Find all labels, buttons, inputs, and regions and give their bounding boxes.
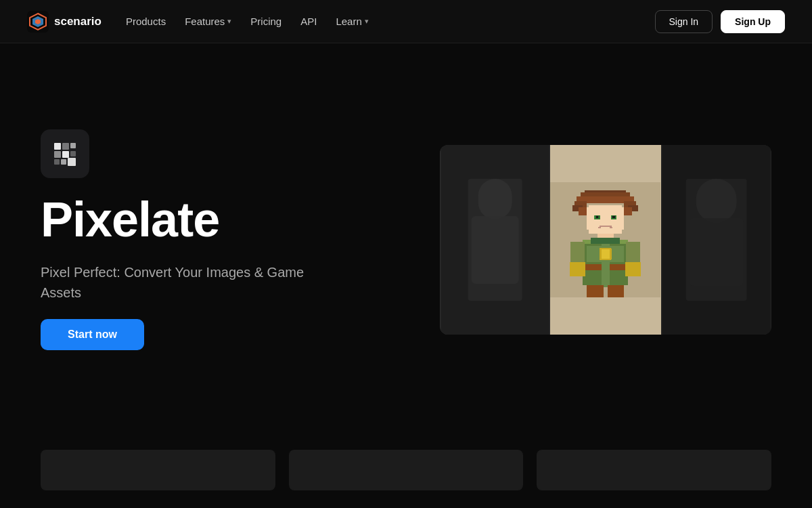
svg-rect-26 — [624, 207, 632, 215]
pixelate-icon — [51, 140, 78, 167]
hero-subtitle: Pixel Perfect: Convert Your Images & Gam… — [41, 262, 325, 303]
image-panel-right — [661, 145, 771, 335]
svg-rect-15 — [478, 179, 512, 219]
svg-rect-50 — [570, 262, 585, 276]
svg-rect-5 — [62, 143, 69, 150]
svg-rect-4 — [54, 143, 61, 150]
svg-rect-27 — [589, 205, 622, 234]
product-icon-box — [41, 129, 89, 178]
nav-pricing[interactable]: Pricing — [250, 16, 281, 27]
bottom-previews — [0, 436, 812, 490]
svg-rect-11 — [61, 159, 66, 165]
svg-rect-44 — [587, 246, 602, 262]
svg-rect-10 — [54, 159, 60, 165]
svg-rect-6 — [70, 143, 76, 148]
svg-rect-35 — [612, 216, 615, 218]
hero-title: Pixelate — [41, 194, 365, 246]
svg-rect-45 — [610, 246, 624, 262]
nav-products[interactable]: Products — [126, 16, 166, 27]
svg-rect-7 — [54, 151, 61, 158]
scenario-logo-icon — [27, 11, 49, 33]
nav-right: Sign In Sign Up — [655, 10, 785, 33]
svg-rect-37 — [599, 227, 602, 228]
logo[interactable]: scenario — [27, 11, 102, 33]
signup-button[interactable]: Sign Up — [721, 10, 785, 33]
svg-rect-16 — [472, 216, 519, 284]
svg-rect-47 — [602, 249, 610, 259]
svg-rect-51 — [626, 262, 641, 276]
learn-chevron-icon: ▾ — [365, 17, 369, 26]
image-panel-center — [550, 145, 660, 335]
nav-learn[interactable]: Learn ▾ — [336, 16, 368, 27]
svg-rect-25 — [579, 207, 587, 215]
svg-rect-52 — [587, 285, 604, 297]
signin-button[interactable]: Sign In — [655, 10, 713, 33]
hero-image-container — [440, 145, 771, 335]
preview-thumb-3 — [537, 450, 771, 490]
nav-api[interactable]: API — [300, 16, 317, 27]
image-panel-left — [440, 145, 550, 335]
svg-rect-34 — [596, 216, 599, 218]
svg-rect-29 — [620, 207, 624, 230]
svg-rect-12 — [68, 158, 76, 166]
nav-links: Products Features ▾ Pricing API Learn ▾ — [126, 16, 369, 27]
features-chevron-icon: ▾ — [227, 17, 231, 26]
logo-text: scenario — [54, 15, 102, 28]
navbar: scenario Products Features ▾ Pricing API… — [0, 0, 812, 43]
hero-content: Pixelate Pixel Perfect: Convert Your Ima… — [41, 129, 365, 350]
nav-left: scenario Products Features ▾ Pricing API… — [27, 11, 369, 33]
svg-rect-58 — [689, 218, 743, 286]
svg-rect-9 — [70, 151, 76, 156]
svg-rect-53 — [608, 285, 624, 297]
svg-rect-54 — [591, 238, 620, 244]
start-now-button[interactable]: Start now — [41, 319, 144, 350]
svg-rect-38 — [610, 227, 613, 228]
svg-rect-8 — [62, 151, 69, 158]
svg-rect-36 — [600, 226, 612, 227]
preview-thumb-1 — [41, 450, 275, 490]
hero-section: Pixelate Pixel Perfect: Convert Your Ima… — [0, 43, 812, 436]
preview-thumb-2 — [289, 450, 524, 490]
nav-features[interactable]: Features ▾ — [185, 16, 231, 27]
svg-rect-57 — [696, 179, 736, 223]
svg-rect-28 — [587, 207, 591, 230]
hero-image-area — [440, 145, 771, 335]
